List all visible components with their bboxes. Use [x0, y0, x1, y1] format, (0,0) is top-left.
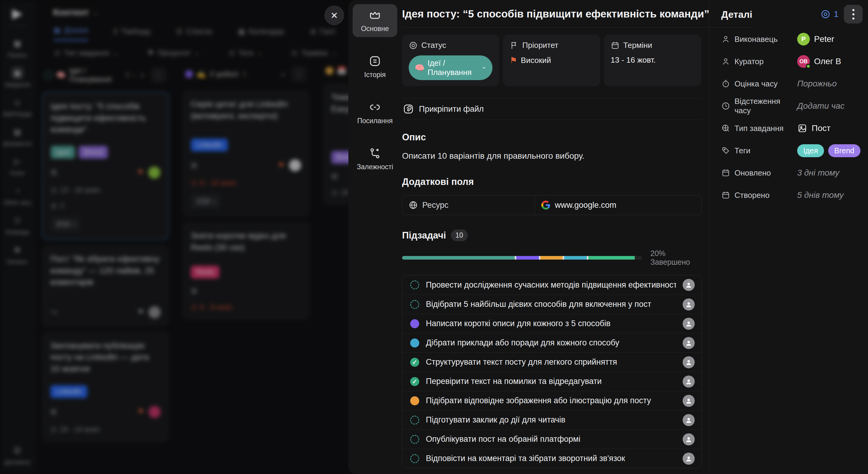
- subtask-row[interactable]: Відповісти на коментарі та зібрати зворо…: [402, 449, 701, 468]
- description-text[interactable]: Описати 10 варіантів для правильного виб…: [402, 151, 702, 161]
- avatar: ОВ: [797, 55, 810, 68]
- online-dot: [806, 64, 811, 69]
- progress-segment: [563, 256, 587, 260]
- subtask-row[interactable]: Провести дослідження сучасних методів пі…: [402, 275, 701, 295]
- status-dropdown[interactable]: 🧠 Ідеї / Планування: [409, 56, 493, 80]
- subtasks-progress: 20% Завершено: [402, 249, 702, 267]
- paperclip-icon: [403, 103, 414, 115]
- tags-value: Ідея Brend: [797, 144, 868, 157]
- detail-row-type: Тип завдання Пост: [721, 117, 868, 139]
- person-icon: [721, 57, 730, 66]
- link-icon: [368, 101, 381, 114]
- clock-icon: [721, 101, 730, 110]
- description-heading: Опис: [402, 132, 702, 143]
- modal-tabstrip: Основне Історія Посилання Залежності: [348, 0, 401, 474]
- progress-segment: [539, 256, 563, 260]
- status-open-icon[interactable]: [410, 454, 419, 463]
- status-open-icon[interactable]: [410, 280, 419, 290]
- field-priority: Пріоритет ⚑ Високий: [503, 35, 600, 86]
- estimate-value[interactable]: Порожньо: [797, 79, 868, 89]
- subtask-row[interactable]: Відібрати 5 найбільш дієвих способів для…: [402, 295, 701, 314]
- subtask-row[interactable]: ✓Перевірити текст на помилки та відредаг…: [402, 372, 701, 391]
- progress-segment: [515, 256, 539, 260]
- status-purple-icon[interactable]: [410, 319, 419, 328]
- detail-row-tracking: Відстеження часу Додати час: [721, 95, 868, 117]
- detail-row-tags: Теги Ідея Brend: [721, 139, 868, 162]
- calendar-icon: [611, 41, 620, 50]
- assignee-value[interactable]: P Peter: [797, 33, 868, 45]
- subtasks-list: Провести дослідження сучасних методів пі…: [402, 275, 702, 468]
- globe-icon: [408, 200, 418, 210]
- status-icon: [409, 41, 418, 50]
- stopwatch-icon: [721, 79, 730, 88]
- status-blue-icon[interactable]: [410, 338, 419, 347]
- subtask-row[interactable]: Дібрати приклади або поради для кожного …: [402, 333, 701, 352]
- detail-row-assignee: Виконавець P Peter: [721, 28, 868, 50]
- subtask-row[interactable]: Написати короткі описи для кожного з 5 с…: [402, 314, 701, 333]
- subtask-row[interactable]: Підготувати заклик до дії для читачів: [402, 410, 701, 430]
- status-open-icon[interactable]: [410, 415, 419, 425]
- crown-icon: [368, 8, 381, 22]
- assignee-avatar[interactable]: [683, 395, 695, 407]
- assignee-avatar[interactable]: [683, 356, 695, 368]
- assignee-avatar[interactable]: [683, 318, 695, 330]
- assignee-avatar[interactable]: [683, 298, 695, 310]
- tag-pill[interactable]: Ідея: [797, 144, 824, 157]
- subtask-row[interactable]: Опублікувати пост на обраній платформі: [402, 430, 701, 449]
- calendar-icon: [721, 191, 730, 200]
- subtasks-heading: Підзадачі 10: [402, 230, 702, 241]
- modal-tab-dependencies[interactable]: Залежності: [352, 142, 397, 175]
- curator-value[interactable]: ОВ Олег В: [797, 55, 868, 68]
- assignee-avatar[interactable]: [683, 414, 695, 426]
- tag-pill[interactable]: Brend: [828, 144, 861, 157]
- detail-row-estimate: Оцінка часу Порожньо: [721, 73, 868, 95]
- assignee-avatar[interactable]: [683, 375, 695, 387]
- add-time-link[interactable]: Додати час: [797, 101, 868, 111]
- details-panel: Деталі Виконавець P Peter Куратор ОВ Оле…: [709, 0, 868, 474]
- status-open-icon[interactable]: [410, 300, 419, 309]
- image-icon: [797, 123, 807, 133]
- assignee-avatar[interactable]: [683, 452, 695, 465]
- status-orange-icon[interactable]: [410, 396, 419, 405]
- tag-icon: [721, 146, 730, 155]
- assignee-avatar[interactable]: [683, 279, 695, 291]
- task-title[interactable]: Ідея посту: “5 способів підвищити ефекти…: [402, 0, 755, 27]
- attach-file-button[interactable]: Прикріпити файл: [402, 98, 702, 120]
- subtask-row[interactable]: Підібрати відповідне зображення або ілюс…: [402, 391, 701, 410]
- dependencies-icon: [368, 147, 381, 160]
- person-icon: [721, 35, 730, 44]
- detail-row-updated: Оновлено 3 дні тому: [721, 162, 868, 184]
- close-modal-button[interactable]: ✕: [324, 5, 344, 25]
- watchers-counter[interactable]: 1: [820, 9, 838, 19]
- modal-content: Ідея посту: “5 способів підвищити ефекти…: [402, 0, 755, 474]
- flag-icon: [510, 41, 519, 50]
- status-done-icon[interactable]: ✓: [410, 358, 419, 367]
- priority-flag-icon: ⚑: [510, 56, 517, 65]
- priority-value[interactable]: ⚑ Високий: [510, 56, 593, 65]
- status-done-icon[interactable]: ✓: [410, 377, 419, 386]
- task-type-value[interactable]: Пост: [797, 123, 868, 133]
- detail-row-created: Створено 5 днів тому: [721, 184, 868, 206]
- detail-row-curator: Куратор ОВ Олег В: [721, 50, 868, 73]
- dates-value[interactable]: 13 - 16 жовт.: [611, 56, 694, 65]
- custom-field-row: Ресурс www.google.com: [402, 195, 702, 215]
- assignee-avatar[interactable]: [683, 337, 695, 349]
- field-dates: Терміни 13 - 16 жовт.: [604, 35, 701, 86]
- history-icon: [368, 55, 381, 68]
- task-modal: Основне Історія Посилання Залежності: [348, 0, 868, 474]
- progress-segment: [587, 256, 635, 260]
- modal-tab-main[interactable]: Основне: [352, 4, 397, 37]
- avatar: P: [797, 33, 810, 45]
- modal-tab-links[interactable]: Посилання: [352, 96, 397, 129]
- updated-value: 3 дні тому: [797, 168, 868, 178]
- task-menu-button[interactable]: [844, 5, 863, 24]
- modal-overlay: [0, 0, 350, 474]
- progress-segment: [402, 256, 515, 260]
- modal-tab-history[interactable]: Історія: [352, 50, 397, 83]
- status-open-icon[interactable]: [410, 435, 419, 444]
- subtask-row[interactable]: ✓Структурувати текст посту для легкого с…: [402, 352, 701, 372]
- custom-field-value[interactable]: www.google.com: [535, 196, 622, 215]
- custom-field-name[interactable]: Ресурс: [402, 196, 535, 215]
- assignee-avatar[interactable]: [683, 433, 695, 445]
- calendar-icon: [721, 168, 730, 177]
